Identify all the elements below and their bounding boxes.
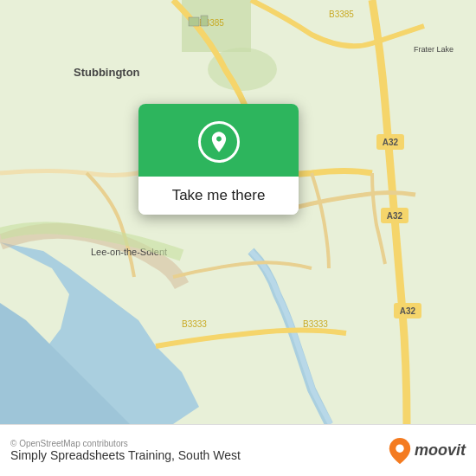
popup-button-area[interactable]: Take me there <box>138 177 299 215</box>
popup-green-area <box>138 104 299 177</box>
moovit-logo: moovit <box>389 438 466 464</box>
svg-text:B3385: B3385 <box>329 10 354 19</box>
location-title: Simply Spreadsheets Training, South West <box>10 448 241 462</box>
take-me-there-button[interactable]: Take me there <box>172 187 266 204</box>
svg-text:A32: A32 <box>383 138 399 147</box>
bottom-bar: © OpenStreetMap contributors Simply Spre… <box>0 424 476 476</box>
svg-rect-21 <box>201 16 208 26</box>
attribution-text: © OpenStreetMap contributors <box>10 439 241 448</box>
map-container: B3334 B3385 A32 A32 A32 B3333 B3333 B333… <box>0 0 476 424</box>
moovit-pin-icon <box>389 438 411 464</box>
svg-point-22 <box>396 444 403 452</box>
svg-text:B3333: B3333 <box>182 319 207 329</box>
location-icon <box>198 121 240 163</box>
moovit-brand-text: moovit <box>415 441 466 460</box>
svg-text:B3333: B3333 <box>303 319 328 329</box>
svg-text:A32: A32 <box>387 211 403 221</box>
svg-text:Frater Lake: Frater Lake <box>414 45 453 54</box>
svg-text:A32: A32 <box>400 306 416 316</box>
bottom-left-info: © OpenStreetMap contributors Simply Spre… <box>10 439 241 462</box>
svg-rect-20 <box>189 17 199 26</box>
popup-card: Take me there <box>138 104 299 215</box>
svg-text:Stubbington: Stubbington <box>74 66 140 79</box>
